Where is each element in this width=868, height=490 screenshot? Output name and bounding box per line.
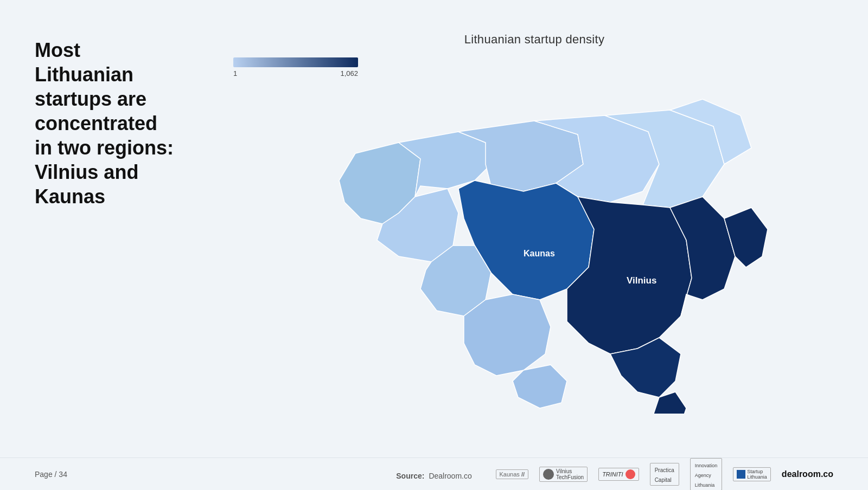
footer-logos: Kaunas // VilniusTechFusion TRINITI Prac…	[496, 458, 834, 491]
left-panel: Most Lithuanian startups are concentrate…	[0, 0, 201, 457]
vilnius-techfusion-logo: VilniusTechFusion	[539, 467, 588, 482]
source-section: Source: Dealroom.co	[396, 472, 472, 480]
chart-title: Lithuanian startup density	[464, 33, 605, 47]
legend: 1 1,062	[233, 57, 358, 78]
page: Most Lithuanian startups are concentrate…	[0, 0, 868, 490]
right-panel: Lithuanian startup density 1 1,062	[201, 0, 868, 457]
headline: Most Lithuanian startups are concentrate…	[35, 38, 179, 209]
map-container: Vilnius Kaunas Kaunas Vilnius	[290, 88, 778, 414]
page-number: Page / 34	[35, 470, 67, 479]
vt-icon	[543, 469, 554, 480]
dealroom-logo: dealroom.co	[782, 469, 833, 479]
region-alytus	[464, 294, 551, 376]
sl-icon	[737, 470, 745, 479]
triniti-icon	[626, 469, 635, 479]
source-label: Source:	[396, 472, 424, 480]
main-content: Most Lithuanian startups are concentrate…	[0, 0, 868, 457]
source-value: Dealroom.co	[429, 472, 471, 480]
kaunas-map-label: Kaunas	[524, 249, 555, 258]
practica-logo: PracticaCapital	[650, 463, 679, 486]
legend-min: 1	[233, 69, 237, 78]
legend-labels: 1 1,062	[233, 69, 358, 78]
vilnius-map-label: Vilnius	[627, 275, 656, 286]
triniti-logo: TRINITI	[598, 468, 639, 481]
footer: Page / 34 Source: Dealroom.co Kaunas // …	[0, 457, 868, 490]
legend-bar	[233, 57, 358, 67]
startup-lithuania-logo: StartupLithuania	[733, 467, 771, 481]
region-alytus-south	[513, 365, 567, 408]
kaunas-logo: Kaunas //	[496, 469, 529, 479]
legend-max: 1,062	[340, 69, 358, 78]
innovation-logo: InnovationAgencyLithuania	[690, 458, 723, 491]
